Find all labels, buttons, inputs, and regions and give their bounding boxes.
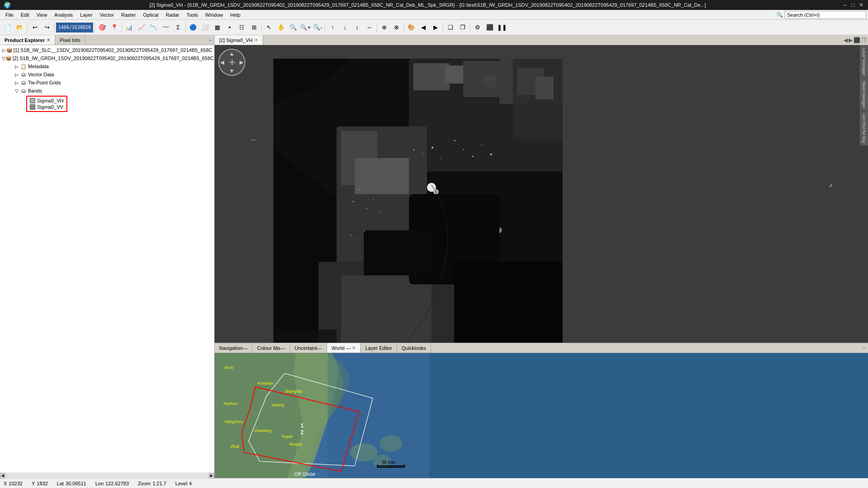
pin-button[interactable]: 📍: [108, 22, 120, 33]
world-tab-close-icon[interactable]: ✕: [352, 345, 356, 350]
layer-btn6[interactable]: ⊞: [248, 22, 260, 33]
statistic-button[interactable]: Σ: [172, 22, 184, 33]
bottom-minimize-icon[interactable]: ─: [863, 345, 866, 351]
compass-west-icon[interactable]: ◀: [220, 59, 224, 65]
city-kunshan: Kunshan: [258, 381, 274, 386]
sep11: [470, 23, 470, 33]
tab-quicklooks[interactable]: Quicklooks: [397, 343, 431, 353]
menu-layer[interactable]: Layer: [76, 11, 96, 19]
redo-button[interactable]: ↪: [41, 22, 53, 33]
extra-button[interactable]: ❚❚: [496, 22, 508, 33]
new-button[interactable]: 📄: [2, 22, 14, 33]
zoom-in-button[interactable]: 🔍+: [300, 22, 311, 33]
compass-east-icon[interactable]: ▶: [239, 59, 244, 65]
profile-button[interactable]: 〰: [160, 22, 172, 33]
tab-world[interactable]: World --- ✕: [327, 343, 361, 353]
menu-optical[interactable]: Optical: [139, 11, 162, 19]
layer-btn4[interactable]: ▪: [224, 22, 235, 33]
expand-button[interactable]: ⬛: [484, 22, 496, 33]
zoom-to-scene[interactable]: 🎯: [96, 22, 108, 33]
colormap-button[interactable]: 🎨: [405, 22, 417, 33]
cascade-button[interactable]: ❐: [457, 22, 469, 33]
menu-radar[interactable]: Radar: [162, 11, 183, 19]
menu-edit[interactable]: Edit: [17, 11, 33, 19]
undo-button[interactable]: ↩: [29, 22, 41, 33]
expander-vector[interactable]: ▷: [14, 71, 20, 78]
sync-button[interactable]: ↑: [327, 22, 338, 33]
expander-p1[interactable]: ▷: [2, 47, 6, 53]
menu-raster[interactable]: Raster: [117, 11, 139, 19]
panel-close-icon[interactable]: ✕: [47, 37, 50, 42]
menu-window[interactable]: Window: [202, 11, 226, 19]
prev-button[interactable]: ◀: [418, 22, 429, 33]
image-tab-close-icon[interactable]: ✕: [254, 37, 258, 42]
tree-metadata[interactable]: ▷ 📋 Metadata: [1, 62, 213, 70]
draw-button[interactable]: ↔: [363, 22, 375, 33]
menu-help[interactable]: Help: [226, 11, 244, 19]
tree-product-2[interactable]: ▽ 📦 [2] S1B_IW_GRDH_1SDV_20190822T095402…: [1, 54, 213, 62]
image-restore-icon[interactable]: ❐: [861, 37, 866, 43]
tab-navigation[interactable]: Navigation---: [215, 343, 253, 353]
image-tab-sigma0vh[interactable]: [2] Sigma0_VH ✕: [215, 35, 263, 45]
expander-metadata[interactable]: ▷: [14, 63, 20, 70]
band-sigma0-vv[interactable]: Sigma0_VV: [30, 104, 64, 110]
tree-bands[interactable]: ▽ 🗂 Bands: [1, 87, 213, 95]
fit-button[interactable]: ↓: [339, 22, 351, 33]
menu-analysis[interactable]: Analysis: [51, 11, 76, 19]
layer-btn2[interactable]: ⬜: [199, 22, 211, 33]
tree-product-1[interactable]: ▷ 📦 [1] S1B_IW_SLC__1SDV_20190822T095402…: [1, 46, 213, 54]
compass-south-icon[interactable]: ▼: [229, 68, 235, 74]
image-viewport[interactable]: ▲ ▼ ▶ ◀ ✛ ─: [215, 45, 860, 343]
menu-vector[interactable]: Vector: [96, 11, 117, 19]
next-button[interactable]: ▶: [430, 22, 441, 33]
tab-product-explorer[interactable]: Product Explorer ✕: [0, 35, 55, 45]
layer-btn1[interactable]: 🔵: [187, 22, 199, 33]
aoi-tool-handle[interactable]: AOI Tool for ting: [860, 111, 868, 146]
pixel-counter: 1466/1630820: [56, 23, 93, 33]
tab-layer-editor[interactable]: Layer Editor: [361, 343, 397, 353]
pan-button[interactable]: ✋: [275, 22, 287, 33]
open-button[interactable]: 📂: [14, 22, 26, 33]
tile-button[interactable]: ❏: [445, 22, 456, 33]
lon-value: 122.62783: [105, 481, 129, 486]
hscroll-track[interactable]: [5, 474, 209, 478]
search-input[interactable]: [785, 11, 866, 19]
layer-btn5[interactable]: ☷: [236, 22, 248, 33]
compass-north-icon[interactable]: ▲: [229, 51, 235, 57]
magnify-button[interactable]: 🔍: [287, 22, 299, 33]
scroll-right-button[interactable]: ▶: [209, 473, 214, 479]
histogram-button[interactable]: 📈: [136, 22, 147, 33]
tab-next-arrow[interactable]: ▶: [849, 37, 853, 43]
minimize-button[interactable]: ─: [842, 2, 848, 8]
band-sigma0-vh[interactable]: Sigma0_VH: [30, 98, 64, 104]
close-button[interactable]: ✕: [858, 2, 864, 8]
scatterplot-button[interactable]: 📉: [148, 22, 160, 33]
spectrum-button[interactable]: 📊: [123, 22, 135, 33]
gcp-button[interactable]: ⊕: [378, 22, 390, 33]
mask-manager-handle[interactable]: Mask Manager: [860, 79, 868, 112]
gcp2-button[interactable]: ⊗: [390, 22, 402, 33]
menu-tools[interactable]: Tools: [183, 11, 202, 19]
panel-minimize-icon[interactable]: ─: [209, 37, 212, 43]
expander-tie[interactable]: ▷: [14, 79, 20, 86]
zoom-out-button[interactable]: 🔍-: [312, 22, 324, 33]
expander-bands[interactable]: ▽: [14, 88, 20, 94]
expander-p2[interactable]: ▽: [2, 55, 5, 61]
scroll-left-button[interactable]: ◀: [0, 473, 5, 479]
tab-pixel-info[interactable]: Pixel Info: [55, 35, 85, 45]
maximize-button[interactable]: □: [850, 2, 856, 8]
tab-colour-map[interactable]: Colour Ma---: [253, 343, 290, 353]
select-button[interactable]: ↕: [351, 22, 363, 33]
layer-manager-handle[interactable]: Layer Manager: [860, 45, 868, 79]
tree-vector-data[interactable]: ▷ 🗂 Vector Data: [1, 70, 213, 79]
layer-btn3[interactable]: ▦: [211, 22, 223, 33]
navigation-map[interactable]: Wuxi Kunshan Shanghai Jiaxing Huzhou Han…: [215, 353, 868, 478]
tab-uncertainty[interactable]: Uncertaint---: [290, 343, 327, 353]
image-maximize-icon[interactable]: ⬛: [854, 37, 860, 43]
menu-file[interactable]: File: [2, 11, 17, 19]
tab-prev-arrow[interactable]: ◀: [844, 37, 848, 43]
menu-view[interactable]: View: [33, 11, 51, 19]
tree-tiepoint-grids[interactable]: ▷ 🗂 Tie-Point Grids: [1, 79, 213, 87]
cursor-button[interactable]: ↖: [263, 22, 275, 33]
config-button[interactable]: ⚙: [472, 22, 483, 33]
